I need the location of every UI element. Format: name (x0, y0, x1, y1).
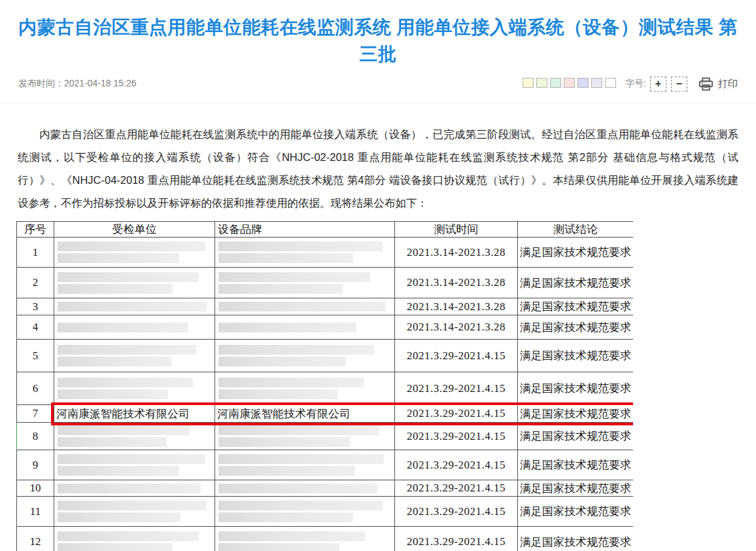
result-cell: 满足国家技术规范要求 (518, 423, 634, 450)
redacted-text (218, 323, 391, 332)
publish-time: 发布时间：2021-04-18 15:26 (18, 78, 137, 90)
time-cell: 2021.3.29-2021.4.15 (395, 480, 518, 497)
color-swatch[interactable] (564, 78, 575, 88)
result-cell: 满足国家技术规范要求 (518, 527, 634, 551)
time-cell: 2021.3.29-2021.4.15 (395, 423, 518, 450)
table-row: 112021.3.29-2021.4.15满足国家技术规范要求 (17, 497, 634, 527)
article-page: 内蒙古自治区重点用能单位能耗在线监测系统 用能单位接入端系统（设备）测试结果 第… (0, 14, 756, 551)
results-table: 序号受检单位设备品牌测试时间测试结论 12021.3.14-2021.3.28满… (16, 221, 633, 551)
unit-cell (54, 423, 215, 450)
column-header: 受检单位 (54, 222, 215, 238)
font-decrease-button[interactable]: − (671, 77, 687, 92)
redacted-text (58, 345, 211, 366)
result-cell: 满足国家技术规范要求 (518, 405, 634, 423)
result-cell: 满足国家技术规范要求 (518, 315, 634, 340)
unit-cell (54, 315, 215, 340)
table-header-row: 序号受检单位设备品牌测试时间测试结论 (17, 222, 634, 238)
redacted-text (58, 454, 211, 476)
time-cell: 2021.3.14-2021.3.28 (395, 238, 518, 268)
color-swatch[interactable] (536, 78, 547, 88)
brand-cell (215, 423, 395, 450)
time-cell: 2021.3.29-2021.4.15 (395, 497, 518, 527)
redacted-text (218, 302, 391, 311)
unit-cell (54, 238, 215, 268)
unit-cell (54, 480, 215, 497)
publish-value: 2021-04-18 15:26 (64, 78, 137, 88)
unit-cell (54, 497, 215, 527)
time-cell: 2021.3.14-2021.3.28 (395, 298, 518, 315)
time-cell: 2021.3.14-2021.3.28 (395, 268, 518, 298)
table-row: 12021.3.14-2021.3.28满足国家技术规范要求 (17, 238, 634, 268)
brand-cell (215, 497, 395, 527)
row-number-cell: 4 (17, 315, 54, 340)
redacted-text (58, 378, 211, 399)
table-row: 122021.3.29-2021.4.15满足国家技术规范要求 (17, 527, 634, 551)
redacted-text (58, 501, 211, 522)
redacted-text (58, 272, 211, 294)
row-number-cell: 1 (17, 238, 54, 268)
unit-cell (54, 340, 215, 372)
result-cell: 满足国家技术规范要求 (518, 497, 634, 527)
print-button[interactable]: 打印 (698, 77, 738, 91)
row-number-cell: 12 (17, 527, 54, 551)
brand-cell (215, 527, 395, 551)
time-cell: 2021.3.29-2021.4.15 (395, 372, 518, 405)
brand-cell (215, 450, 395, 480)
row-number-cell: 10 (17, 480, 54, 497)
unit-cell (54, 268, 215, 298)
time-cell: 2021.3.29-2021.4.15 (395, 405, 518, 423)
result-cell: 满足国家技术规范要求 (518, 238, 634, 268)
article-paragraph: 内蒙古自治区重点用能单位能耗在线监测系统中的用能单位接入端系统（设备），已完成第… (18, 123, 738, 215)
redacted-text (218, 425, 391, 447)
time-cell: 2021.3.29-2021.4.15 (395, 340, 518, 372)
table-row: 22021.3.14-2021.3.28满足国家技术规范要求 (17, 268, 634, 298)
color-swatch[interactable] (591, 78, 602, 88)
redacted-text (218, 501, 391, 522)
row-number-cell: 3 (17, 298, 54, 315)
page-title: 内蒙古自治区重点用能单位能耗在线监测系统 用能单位接入端系统（设备）测试结果 第… (17, 14, 739, 67)
divider (0, 103, 756, 103)
column-header: 测试时间 (395, 222, 518, 238)
unit-cell: 河南康派智能技术有限公司 (54, 405, 215, 423)
table-row: 102021.3.29-2021.4.15满足国家技术规范要求 (17, 480, 634, 497)
brand-cell (215, 372, 395, 405)
unit-cell (54, 450, 215, 480)
time-cell: 2021.3.29-2021.4.15 (395, 527, 518, 551)
redacted-text (58, 302, 211, 311)
color-swatches (523, 78, 619, 90)
result-cell: 满足国家技术规范要求 (518, 340, 634, 372)
redacted-text (58, 241, 211, 263)
redacted-text (58, 425, 211, 447)
unit-cell (54, 372, 215, 405)
brand-cell: 河南康派智能技术有限公司 (215, 405, 395, 423)
time-cell: 2021.3.29-2021.4.15 (395, 450, 518, 480)
results-table-wrap: 序号受检单位设备品牌测试时间测试结论 12021.3.14-2021.3.28满… (16, 221, 633, 551)
color-swatch[interactable] (523, 78, 534, 88)
font-size-label: 字号: (625, 78, 646, 90)
color-swatch[interactable] (577, 78, 589, 88)
font-increase-button[interactable]: + (650, 77, 666, 92)
result-cell: 满足国家技术规范要求 (518, 450, 634, 480)
printer-icon (698, 77, 713, 91)
column-header: 测试结论 (518, 222, 634, 238)
table-row: 32021.3.14-2021.3.28满足国家技术规范要求 (17, 298, 634, 315)
time-cell: 2021.3.14-2021.3.28 (395, 315, 518, 340)
redacted-text (218, 241, 391, 263)
brand-cell (215, 238, 395, 268)
row-number-cell: 8 (17, 423, 54, 450)
column-header: 序号 (17, 222, 54, 238)
color-swatch[interactable] (605, 78, 616, 88)
redacted-text (58, 484, 211, 493)
color-swatch[interactable] (550, 78, 561, 88)
publish-label: 发布时间： (18, 78, 64, 88)
result-cell: 满足国家技术规范要求 (518, 298, 634, 315)
meta-row: 发布时间：2021-04-18 15:26 字号: + − 打印 (18, 75, 738, 92)
row-number-cell: 2 (17, 268, 54, 298)
result-cell: 满足国家技术规范要求 (518, 372, 634, 405)
brand-cell (215, 298, 395, 315)
brand-cell (215, 268, 395, 298)
unit-cell (54, 527, 215, 551)
redacted-text (218, 345, 391, 366)
redacted-text (58, 323, 211, 332)
redacted-text (218, 484, 391, 493)
